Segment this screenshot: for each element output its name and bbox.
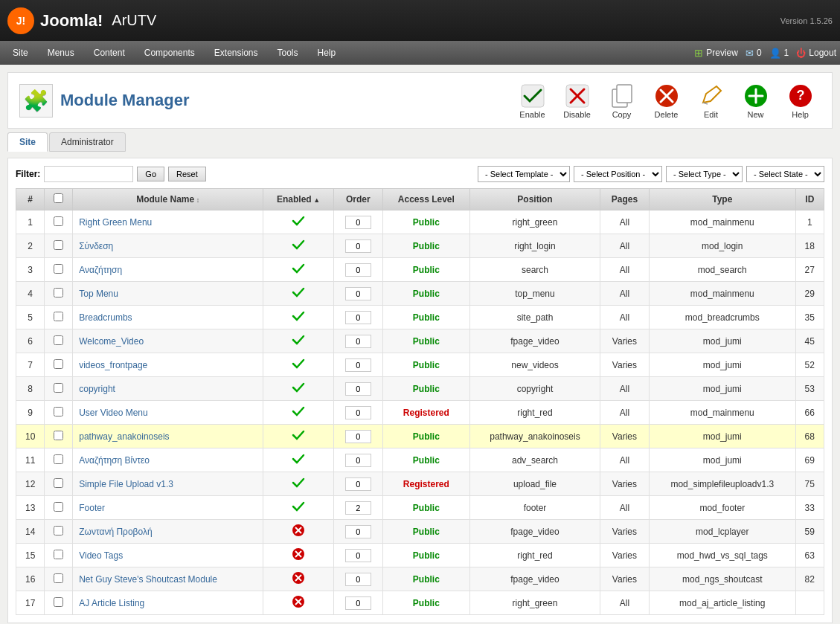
cell-order[interactable]	[333, 210, 382, 234]
cell-checkbox[interactable]	[45, 329, 73, 353]
cell-enabled[interactable]	[263, 234, 334, 258]
row-checkbox[interactable]	[54, 502, 63, 512]
nav-content[interactable]: Content	[85, 45, 134, 61]
order-input[interactable]	[345, 549, 371, 562]
messages-button[interactable]: ✉ 0	[746, 48, 762, 59]
order-input[interactable]	[345, 263, 371, 277]
select-position[interactable]: - Select Position -	[574, 166, 662, 182]
cell-checkbox[interactable]	[45, 353, 73, 377]
module-link[interactable]: Simple File Upload v1.3	[79, 479, 173, 489]
module-link[interactable]: Top Menu	[79, 289, 118, 299]
row-checkbox[interactable]	[54, 407, 63, 416]
nav-help[interactable]: Help	[309, 45, 345, 61]
row-checkbox[interactable]	[54, 335, 63, 345]
row-checkbox[interactable]	[54, 240, 63, 250]
cell-order[interactable]	[333, 258, 382, 282]
delete-button[interactable]: Delete	[646, 79, 687, 122]
new-button[interactable]: New	[735, 79, 776, 122]
cell-enabled[interactable]	[263, 329, 334, 353]
logout-button[interactable]: ⏻ Logout	[796, 48, 836, 59]
module-link[interactable]: copyright	[79, 384, 115, 394]
cell-order[interactable]	[333, 448, 382, 472]
row-checkbox[interactable]	[54, 573, 63, 583]
cell-enabled[interactable]	[263, 306, 334, 329]
order-input[interactable]	[345, 596, 371, 610]
cell-order[interactable]	[333, 306, 382, 329]
cell-enabled[interactable]	[263, 425, 334, 448]
cell-checkbox[interactable]	[45, 496, 73, 520]
module-link[interactable]: Footer	[79, 503, 105, 513]
enable-button[interactable]: Enable	[512, 79, 553, 122]
copy-button[interactable]: Copy	[601, 79, 642, 122]
col-module-name[interactable]: Module Name	[73, 189, 263, 210]
cell-enabled[interactable]	[263, 591, 334, 615]
order-input[interactable]	[345, 454, 371, 467]
cell-order[interactable]	[333, 353, 382, 377]
row-checkbox[interactable]	[54, 312, 63, 321]
filter-go-button[interactable]: Go	[137, 167, 164, 181]
tab-administrator[interactable]: Administrator	[49, 132, 126, 152]
edit-button[interactable]: Edit	[690, 79, 731, 122]
nav-extensions[interactable]: Extensions	[205, 45, 267, 61]
module-link[interactable]: Net Guy Steve's Shoutcast Module	[79, 574, 217, 585]
order-input[interactable]	[345, 239, 371, 253]
cell-enabled[interactable]	[263, 496, 334, 520]
col-enabled[interactable]: Enabled	[263, 189, 334, 210]
row-checkbox[interactable]	[54, 288, 63, 297]
cell-checkbox[interactable]	[45, 210, 73, 234]
order-input[interactable]	[345, 406, 371, 419]
cell-enabled[interactable]	[263, 472, 334, 496]
cell-order[interactable]	[333, 567, 382, 591]
row-checkbox[interactable]	[54, 597, 63, 607]
nav-tools[interactable]: Tools	[269, 45, 307, 61]
cell-checkbox[interactable]	[45, 282, 73, 306]
row-checkbox[interactable]	[54, 264, 63, 274]
cell-enabled[interactable]	[263, 258, 334, 282]
row-checkbox[interactable]	[54, 454, 63, 464]
row-checkbox[interactable]	[54, 359, 63, 369]
order-input[interactable]	[345, 216, 371, 229]
module-link[interactable]: Αναζήτηση Βίντεο	[79, 455, 150, 466]
order-input[interactable]	[345, 382, 371, 396]
order-input[interactable]	[345, 477, 371, 491]
filter-reset-button[interactable]: Reset	[168, 167, 206, 181]
nav-site[interactable]: Site	[4, 45, 37, 61]
module-link[interactable]: pathway_anakoinoseis	[79, 431, 169, 442]
row-checkbox[interactable]	[54, 216, 63, 226]
select-all-checkbox[interactable]	[54, 193, 63, 203]
cell-order[interactable]	[333, 425, 382, 448]
row-checkbox[interactable]	[54, 478, 63, 488]
cell-enabled[interactable]	[263, 401, 334, 425]
cell-checkbox[interactable]	[45, 425, 73, 448]
order-input[interactable]	[345, 335, 371, 348]
module-link[interactable]: Ζωντανή Προβολή	[79, 527, 152, 537]
cell-order[interactable]	[333, 234, 382, 258]
order-input[interactable]	[345, 573, 371, 586]
cell-checkbox[interactable]	[45, 472, 73, 496]
order-input[interactable]	[345, 287, 371, 300]
cell-order[interactable]	[333, 544, 382, 567]
module-link[interactable]: videos_frontpage	[79, 360, 147, 370]
cell-enabled[interactable]	[263, 210, 334, 234]
cell-checkbox[interactable]	[45, 377, 73, 401]
cell-order[interactable]	[333, 282, 382, 306]
cell-order[interactable]	[333, 496, 382, 520]
order-input[interactable]	[345, 358, 371, 372]
help-button[interactable]: ? Help	[780, 79, 821, 122]
cell-enabled[interactable]	[263, 567, 334, 591]
order-input[interactable]	[345, 501, 371, 515]
cell-order[interactable]	[333, 520, 382, 544]
preview-button[interactable]: ⊞ Preview	[694, 47, 738, 59]
cell-checkbox[interactable]	[45, 448, 73, 472]
module-link[interactable]: Σύνδεση	[79, 241, 113, 251]
cell-checkbox[interactable]	[45, 544, 73, 567]
order-input[interactable]	[345, 525, 371, 538]
cell-enabled[interactable]	[263, 377, 334, 401]
users-button[interactable]: 👤 1	[769, 48, 789, 59]
module-link[interactable]: Right Green Menu	[79, 217, 152, 228]
cell-checkbox[interactable]	[45, 591, 73, 615]
select-template[interactable]: - Select Template -	[478, 166, 570, 182]
select-type[interactable]: - Select Type -	[666, 166, 743, 182]
order-input[interactable]	[345, 430, 371, 443]
cell-enabled[interactable]	[263, 448, 334, 472]
